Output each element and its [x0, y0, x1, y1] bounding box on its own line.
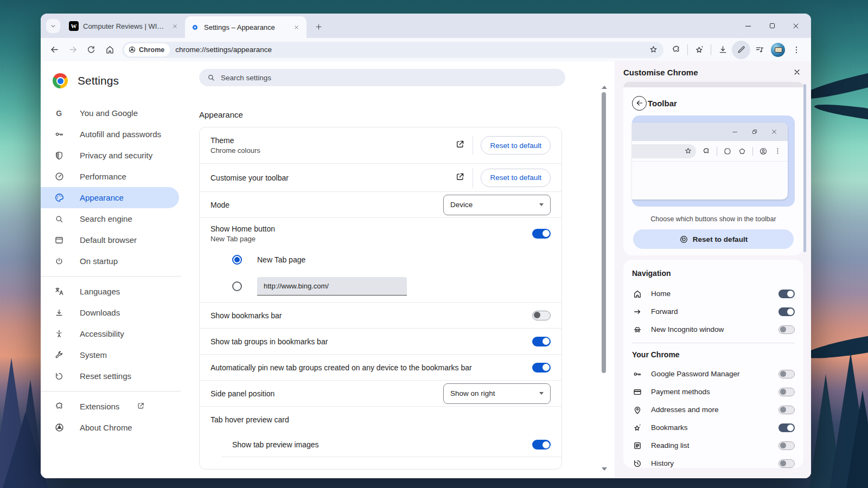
- search-settings-input[interactable]: Search settings: [199, 69, 565, 86]
- sidebar-item-default-browser[interactable]: Default browser: [41, 229, 179, 251]
- home-icon: [632, 288, 642, 299]
- custom-url-radio-row[interactable]: http://www.bing.com/: [200, 271, 561, 302]
- forward-toggle[interactable]: [778, 307, 795, 316]
- home-button[interactable]: [100, 41, 119, 59]
- downloads-button[interactable]: [713, 41, 732, 59]
- sidebar-item-label: System: [80, 350, 107, 359]
- theme-reset-button[interactable]: Reset to default: [481, 136, 551, 155]
- bookmark-star-icon[interactable]: [649, 45, 658, 54]
- browser-toolbar: Chrome chrome://settings/appearance: [41, 38, 811, 61]
- your-chrome-section-title: Your Chrome: [632, 348, 795, 362]
- custom-url-radio[interactable]: [232, 281, 242, 291]
- wallpaper-branch: [802, 325, 868, 363]
- sidebar-item-label: On startup: [80, 256, 118, 266]
- tab-preview-toggle[interactable]: [532, 440, 551, 450]
- sidebar-item-about-chrome[interactable]: About Chrome: [41, 417, 179, 438]
- show-home-toggle[interactable]: [532, 229, 551, 239]
- sidebar-item-you-and-google[interactable]: G You and Google: [41, 102, 179, 124]
- reading-list-button[interactable]: [750, 41, 769, 59]
- side-panel-row: Side panel position Show on right: [200, 380, 561, 406]
- site-chip[interactable]: Chrome: [124, 43, 170, 56]
- browser-menu-button[interactable]: [787, 41, 806, 59]
- panel-reset-button[interactable]: Reset to default: [633, 229, 794, 249]
- minimize-button[interactable]: [736, 14, 760, 38]
- side-panel-select[interactable]: Show on right: [443, 383, 551, 404]
- wrench-icon: [54, 350, 65, 361]
- tab-close-icon[interactable]: [291, 22, 301, 32]
- reading-list-icon: [632, 440, 642, 451]
- sidebar-item-privacy[interactable]: Privacy and security: [41, 145, 179, 166]
- tab-search-button[interactable]: [46, 19, 60, 33]
- auto-pin-toggle[interactable]: [532, 363, 551, 373]
- custom-url-input[interactable]: http://www.bing.com/: [257, 277, 407, 296]
- maximize-button[interactable]: [760, 14, 784, 38]
- tab-close-icon[interactable]: [170, 21, 180, 31]
- theme-row[interactable]: Theme Chrome colours Reset to default: [200, 127, 561, 163]
- bookmarks-toggle[interactable]: [778, 423, 795, 432]
- profile-avatar[interactable]: [771, 43, 785, 57]
- tab-groups-row: Show tab groups in bookmarks bar: [200, 328, 561, 354]
- sidebar-item-downloads[interactable]: Downloads: [41, 302, 179, 323]
- reading-list-toggle[interactable]: [778, 441, 795, 450]
- sidebar-item-languages[interactable]: Languages: [41, 281, 179, 302]
- tab-hover-row: Tab hover preview card: [200, 406, 561, 432]
- sidebar-item-extensions[interactable]: Extensions: [41, 396, 179, 417]
- sidebar-item-reset-settings[interactable]: Reset settings: [41, 365, 179, 387]
- incognito-toggle[interactable]: [778, 325, 795, 334]
- customise-chrome-button[interactable]: [732, 41, 750, 59]
- url-text[interactable]: chrome://settings/appearance: [175, 46, 649, 54]
- tab-groups-toggle[interactable]: [532, 337, 551, 346]
- addresses-toggle[interactable]: [778, 406, 795, 414]
- sidebar-item-autofill[interactable]: Autofill and passwords: [41, 124, 179, 145]
- minimize-icon: [744, 22, 752, 30]
- panel-close-button[interactable]: [790, 66, 803, 79]
- back-button[interactable]: [45, 41, 63, 59]
- reload-button[interactable]: [82, 41, 100, 59]
- scrollbar-thumb[interactable]: [602, 92, 606, 373]
- reload-icon: [86, 45, 96, 55]
- squircle-icon: [723, 147, 732, 156]
- tab-settings[interactable]: Settings – Appearance: [185, 16, 307, 38]
- close-window-button[interactable]: [784, 14, 808, 38]
- new-tab-button[interactable]: [311, 19, 326, 34]
- show-home-row: Show Home button New Tab page: [200, 217, 561, 249]
- scroll-down-arrow[interactable]: [602, 467, 607, 471]
- kebab-menu-icon: [774, 147, 782, 155]
- sidebar-item-appearance[interactable]: Appearance: [41, 187, 179, 208]
- ntp-radio-row[interactable]: New Tab page: [200, 249, 561, 271]
- mini-browser-window: [632, 123, 788, 200]
- svg-text:G: G: [56, 108, 62, 117]
- tab-wired[interactable]: W Computer Reviews | WIRED: [63, 17, 185, 35]
- wallpaper-branch: [814, 101, 868, 127]
- customise-toolbar-row[interactable]: Customise your toolbar Reset to default: [200, 163, 561, 191]
- ntp-radio[interactable]: [232, 255, 242, 265]
- sidebar-item-system[interactable]: System: [41, 344, 179, 365]
- back-button[interactable]: [632, 96, 647, 111]
- toolbar-reset-button[interactable]: Reset to default: [481, 169, 551, 187]
- password-manager-toggle[interactable]: [778, 370, 795, 378]
- sidebar-item-on-startup[interactable]: On startup: [41, 251, 179, 272]
- payment-methods-toggle[interactable]: [778, 388, 795, 396]
- sidebar-item-label: Search engine: [80, 214, 132, 223]
- tab-groups-button[interactable]: [690, 41, 709, 59]
- forward-button[interactable]: [63, 41, 82, 59]
- address-bar[interactable]: Chrome chrome://settings/appearance: [122, 42, 663, 58]
- minimize-icon: [731, 128, 739, 136]
- mode-row: Mode Device: [200, 191, 561, 217]
- power-icon: [54, 256, 65, 267]
- main-scrollbar[interactable]: [601, 86, 607, 471]
- bookmarks-bar-toggle[interactable]: [532, 311, 551, 320]
- sidebar-item-label: Reset settings: [80, 371, 131, 381]
- history-toggle[interactable]: [778, 459, 795, 468]
- extensions-button[interactable]: [667, 41, 685, 59]
- home-toggle[interactable]: [778, 290, 795, 298]
- panel-row-password-manager: Google Password Manager: [632, 365, 795, 383]
- sidebar-item-search-engine[interactable]: Search engine: [41, 208, 179, 229]
- panel-scrollbar-thumb[interactable]: [803, 84, 806, 252]
- tab-strip: W Computer Reviews | WIRED Settings – Ap…: [41, 14, 811, 38]
- panel-row-label: Payment methods: [651, 388, 770, 396]
- sidebar-item-accessibility[interactable]: Accessibility: [41, 323, 179, 344]
- sidebar-item-performance[interactable]: Performance: [41, 166, 179, 187]
- mode-select[interactable]: Device: [443, 195, 551, 215]
- scroll-up-arrow[interactable]: [602, 86, 607, 89]
